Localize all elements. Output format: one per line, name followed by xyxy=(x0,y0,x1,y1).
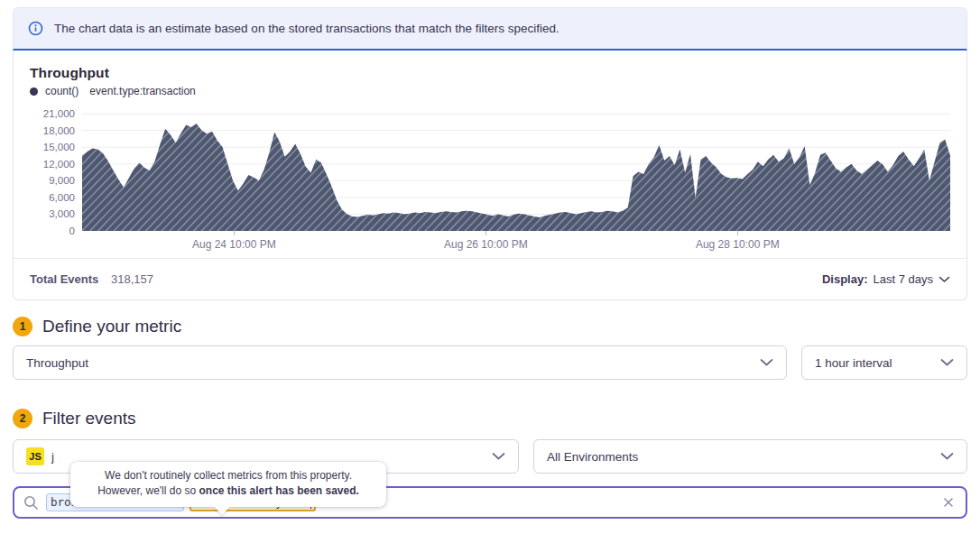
tooltip-line2: However, we'll do so once this alert has… xyxy=(79,483,377,499)
step-1-badge: 1 xyxy=(13,317,32,336)
x-axis-tickmark xyxy=(485,231,486,235)
y-axis-tick-label: 9,000 xyxy=(49,175,75,186)
interval-select[interactable]: 1 hour interval xyxy=(801,345,967,380)
y-axis-tick-label: 12,000 xyxy=(43,159,75,170)
metric-select-value: Throughput xyxy=(26,356,88,370)
total-events-label: Total Events xyxy=(30,272,98,286)
x-axis-tickmark xyxy=(737,231,738,235)
filter-events-heading: Filter events xyxy=(42,409,135,428)
y-axis-tick-label: 6,000 xyxy=(49,192,75,203)
chart-title: Throughput xyxy=(30,65,950,81)
chevron-down-icon xyxy=(760,359,773,367)
clear-search-icon[interactable] xyxy=(942,496,955,509)
section-filter-events: 2 Filter events xyxy=(13,409,967,428)
info-icon xyxy=(28,21,43,36)
chevron-down-icon xyxy=(940,359,954,367)
chart-y-axis: 03,0006,0009,00012,00015,00018,00021,000 xyxy=(30,114,82,231)
chart-legend: count() event.type:transaction xyxy=(30,85,950,97)
tooltip-line1: We don't routinely collect metrics from … xyxy=(79,468,377,483)
chevron-down-icon xyxy=(938,272,950,286)
x-axis-tick-label: Aug 24 10:00 PM xyxy=(192,238,276,251)
chart-plot xyxy=(82,114,950,231)
chevron-down-icon xyxy=(492,453,505,461)
section-define-metric: 1 Define your metric xyxy=(13,317,967,336)
alert-builder-page: The chart data is an estimate based on t… xyxy=(0,0,980,543)
environment-select[interactable]: All Environments xyxy=(533,439,967,474)
x-axis-tick-label: Aug 26 10:00 PM xyxy=(444,238,528,251)
total-events: Total Events 318,157 xyxy=(30,272,153,286)
javascript-platform-icon: JS xyxy=(26,447,44,465)
estimate-info-banner: The chart data is an estimate based on t… xyxy=(13,7,967,51)
chart-panel: Throughput count() event.type:transactio… xyxy=(13,51,967,300)
define-metric-heading: Define your metric xyxy=(42,317,181,336)
chart-x-axis: Aug 24 10:00 PMAug 26 10:00 PMAug 28 10:… xyxy=(82,231,950,258)
display-value: Last 7 days xyxy=(874,272,934,286)
metrics-collection-tooltip: We don't routinely collect metrics from … xyxy=(70,462,386,507)
total-events-value: 318,157 xyxy=(111,272,153,286)
display-range-dropdown[interactable]: Display: Last 7 days xyxy=(822,272,950,286)
y-axis-tick-label: 3,000 xyxy=(49,208,75,219)
y-axis-tick-label: 21,000 xyxy=(43,108,75,119)
metric-select[interactable]: Throughput xyxy=(13,345,787,380)
legend-query-label: event.type:transaction xyxy=(89,85,195,97)
display-label: Display: xyxy=(822,272,868,286)
legend-series-label: count() xyxy=(45,85,79,97)
interval-select-value: 1 hour interval xyxy=(815,356,892,370)
banner-text: The chart data is an estimate based on t… xyxy=(54,22,559,35)
y-axis-tick-label: 15,000 xyxy=(43,142,75,152)
y-axis-tick-label: 18,000 xyxy=(43,125,75,136)
x-axis-tick-label: Aug 28 10:00 PM xyxy=(696,238,780,251)
chevron-down-icon xyxy=(940,453,954,461)
chart-area: 03,0006,0009,00012,00015,00018,00021,000 xyxy=(30,114,950,231)
throughput-area-chart xyxy=(82,114,950,231)
x-axis-tickmark xyxy=(234,231,235,235)
chart-panel-footer: Total Events 318,157 Display: Last 7 day… xyxy=(14,258,966,299)
step-2-badge: 2 xyxy=(13,409,32,428)
project-select-value: j xyxy=(51,450,54,464)
search-icon xyxy=(23,495,39,511)
y-axis-tick-label: 0 xyxy=(69,225,75,236)
legend-dot-icon xyxy=(30,87,38,96)
environment-select-value: All Environments xyxy=(547,450,638,464)
